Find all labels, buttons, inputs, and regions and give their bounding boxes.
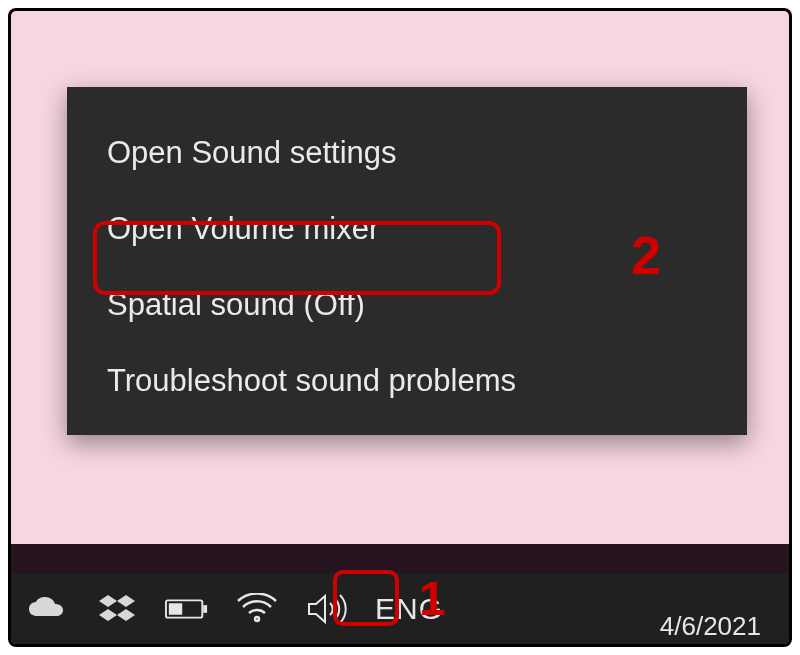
annotation-step-2: 2	[631, 224, 661, 286]
dropbox-icon[interactable]	[95, 589, 139, 629]
svg-rect-2	[169, 603, 182, 614]
volume-icon[interactable]	[305, 589, 349, 629]
onedrive-icon[interactable]	[25, 589, 69, 629]
taskbar-date[interactable]: 4/6/2021	[660, 611, 761, 642]
menu-item-open-sound-settings[interactable]: Open Sound settings	[67, 115, 747, 191]
wifi-icon[interactable]	[235, 589, 279, 629]
screenshot-frame: Open Sound settings Open Volume mixer Sp…	[8, 8, 792, 647]
annotation-step-1: 1	[419, 571, 446, 626]
menu-item-troubleshoot[interactable]: Troubleshoot sound problems	[67, 343, 747, 419]
battery-icon[interactable]	[165, 589, 209, 629]
svg-rect-1	[203, 605, 207, 613]
